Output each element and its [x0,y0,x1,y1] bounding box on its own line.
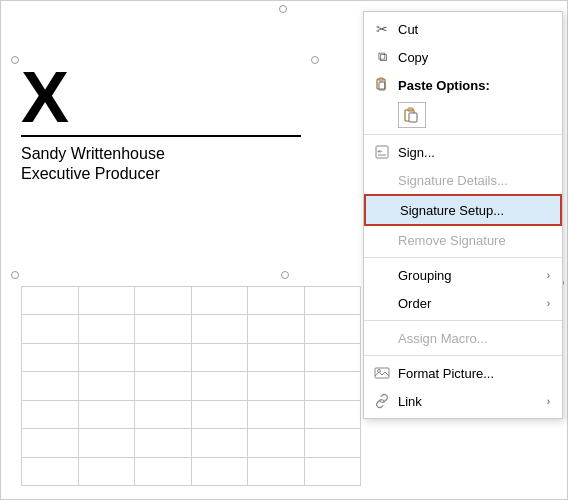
menu-label-sign: Sign... [398,145,550,160]
cut-icon: ✂ [372,19,392,39]
signature-setup-icon [374,200,394,220]
menu-item-order[interactable]: Order › [364,289,562,317]
menu-item-signature-setup[interactable]: Signature Setup... [364,194,562,226]
separator-1 [364,134,562,135]
format-picture-icon [372,363,392,383]
menu-label-assign-macro: Assign Macro... [398,331,550,346]
menu-label-signature-setup: Signature Setup... [400,203,548,218]
menu-label-order: Order [398,296,547,311]
copy-icon: ⧉ [372,47,392,67]
paste-icon-button[interactable] [398,102,426,128]
assign-macro-icon [372,328,392,348]
svg-rect-5 [409,113,417,122]
menu-label-remove-signature: Remove Signature [398,233,550,248]
menu-label-copy: Copy [398,50,550,65]
signature-name: Sandy Writtenhouse [21,145,361,163]
menu-item-copy[interactable]: ⧉ Copy [364,43,562,71]
menu-label-paste-options: Paste Options: [398,78,550,93]
handle-top [279,5,287,13]
menu-label-grouping: Grouping [398,268,547,283]
main-area: X Sandy Writtenhouse Executive Producer [0,0,568,500]
menu-item-cut[interactable]: ✂ Cut [364,15,562,43]
separator-4 [364,355,562,356]
separator-3 [364,320,562,321]
menu-item-link[interactable]: Link › [364,387,562,415]
menu-item-format-picture[interactable]: Format Picture... [364,359,562,387]
svg-text:✒: ✒ [377,148,383,156]
svg-rect-9 [375,368,389,378]
context-menu: ✂ Cut ⧉ Copy Paste Options: [363,11,563,419]
link-arrow: › [547,396,550,407]
signature-details-icon [372,170,392,190]
menu-label-cut: Cut [398,22,550,37]
sign-icon: ✒ [372,142,392,162]
handle-top-left [11,56,19,64]
paste-icon-row [364,99,562,131]
menu-item-sign[interactable]: ✒ Sign... [364,138,562,166]
paste-icon [372,75,392,95]
menu-item-paste-header: Paste Options: [364,71,562,99]
signature-block: X Sandy Writtenhouse Executive Producer [21,61,361,183]
menu-item-grouping[interactable]: Grouping › [364,261,562,289]
link-icon [372,391,392,411]
grouping-arrow: › [547,270,550,281]
order-icon [372,293,392,313]
menu-item-assign-macro: Assign Macro... [364,324,562,352]
separator-2 [364,257,562,258]
grid-table [21,286,361,486]
menu-item-signature-details: Signature Details... [364,166,562,194]
order-arrow: › [547,298,550,309]
handle-bottom-left [11,271,19,279]
grid-area [21,286,361,486]
grouping-icon [372,265,392,285]
signature-x-mark: X [21,61,361,133]
menu-label-format-picture: Format Picture... [398,366,550,381]
menu-label-signature-details: Signature Details... [398,173,550,188]
remove-signature-icon [372,230,392,250]
handle-bottom-mid [281,271,289,279]
menu-item-remove-signature: Remove Signature [364,226,562,254]
signature-title: Executive Producer [21,165,361,183]
menu-label-link: Link [398,394,547,409]
